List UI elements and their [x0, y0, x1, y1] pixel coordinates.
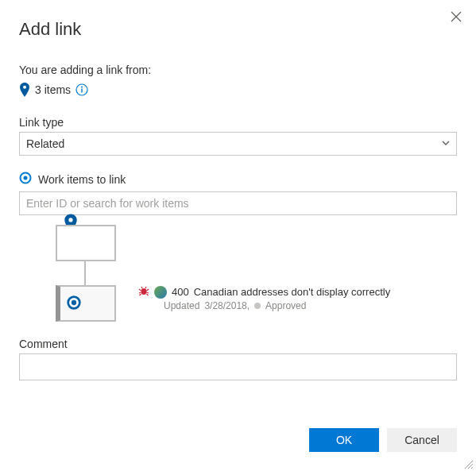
comment-label: Comment [19, 338, 457, 350]
link-type-select[interactable]: Related [19, 132, 457, 156]
comment-input[interactable] [19, 353, 457, 380]
connector-line [84, 261, 86, 285]
location-pin-icon [19, 83, 30, 97]
work-item-state: Approved [265, 300, 306, 311]
updated-date: 3/28/2018, [204, 300, 250, 311]
target-node [56, 285, 116, 322]
items-count: 3 items [35, 83, 71, 96]
updated-label: Updated [164, 300, 199, 311]
svg-point-9 [141, 288, 147, 295]
work-items-label: Work items to link [38, 173, 126, 186]
bug-icon [138, 285, 149, 299]
close-icon [451, 11, 462, 25]
work-items-search-input[interactable] [19, 191, 457, 215]
dialog-title: Add link [19, 19, 457, 40]
svg-point-8 [72, 299, 76, 304]
ok-button[interactable]: OK [309, 428, 379, 452]
avatar [154, 286, 167, 299]
items-summary: 3 items [19, 83, 457, 97]
close-button[interactable] [447, 8, 465, 29]
svg-point-0 [23, 86, 26, 89]
link-type-value: Related [26, 137, 64, 150]
target-icon [67, 295, 81, 312]
svg-point-2 [81, 87, 83, 88]
resize-grip-icon[interactable] [464, 459, 474, 469]
svg-point-5 [24, 176, 28, 180]
cancel-button[interactable]: Cancel [387, 428, 457, 452]
state-dot-icon [254, 303, 261, 309]
link-type-label: Link type [19, 116, 457, 129]
work-item-id: 400 [172, 286, 189, 298]
svg-rect-3 [81, 89, 82, 93]
source-node [56, 225, 116, 261]
work-item-title: Canadian addresses don't display correct… [194, 286, 390, 298]
linked-work-item[interactable]: 400 Canadian addresses don't display cor… [138, 285, 390, 311]
target-icon [19, 172, 32, 187]
intro-text: You are adding a link from: [19, 64, 457, 76]
info-icon[interactable] [75, 83, 88, 96]
svg-point-6 [68, 218, 72, 222]
relationship-diagram: 400 Canadian addresses don't display cor… [19, 225, 457, 320]
